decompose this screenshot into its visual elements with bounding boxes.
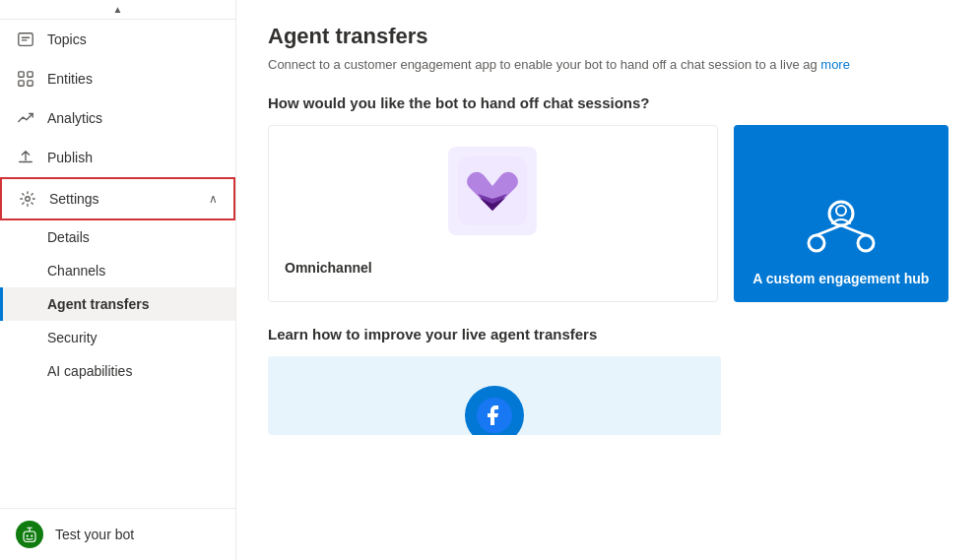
svg-point-5 bbox=[26, 197, 31, 202]
details-label: Details bbox=[47, 229, 90, 245]
learn-card-icon bbox=[465, 386, 524, 435]
agent-transfers-label: Agent transfers bbox=[47, 296, 149, 312]
more-link[interactable]: more bbox=[820, 57, 850, 72]
svg-point-7 bbox=[31, 534, 33, 536]
settings-label: Settings bbox=[49, 191, 99, 207]
entities-label: Entities bbox=[47, 71, 93, 87]
svg-rect-0 bbox=[19, 33, 33, 46]
svg-rect-4 bbox=[28, 81, 33, 86]
sidebar-item-topics[interactable]: Topics bbox=[0, 20, 235, 59]
test-your-bot-button[interactable]: Test your bot bbox=[0, 509, 235, 560]
ai-capabilities-label: AI capabilities bbox=[47, 363, 132, 379]
security-label: Security bbox=[47, 330, 98, 345]
sidebar-item-settings[interactable]: Settings ∧ bbox=[0, 177, 235, 220]
sidebar-item-entities[interactable]: Entities bbox=[0, 59, 235, 98]
cards-row: Omnichannel A custom engagement hub bbox=[268, 125, 948, 302]
sidebar-subitem-agent-transfers[interactable]: Agent transfers bbox=[0, 287, 235, 321]
learn-card[interactable] bbox=[268, 356, 721, 435]
topics-label: Topics bbox=[47, 31, 87, 47]
hand-off-title: How would you like the bot to hand off c… bbox=[268, 94, 948, 111]
svg-line-13 bbox=[817, 225, 841, 235]
entities-icon bbox=[16, 69, 35, 89]
main-content: Agent transfers Connect to a customer en… bbox=[236, 0, 980, 560]
svg-point-12 bbox=[858, 235, 874, 251]
topics-icon bbox=[16, 30, 35, 49]
omnichannel-image bbox=[443, 142, 542, 240]
analytics-icon bbox=[16, 108, 35, 128]
settings-icon bbox=[18, 189, 37, 209]
svg-point-11 bbox=[809, 235, 824, 251]
settings-chevron: ∧ bbox=[209, 192, 218, 206]
test-your-bot-label: Test your bot bbox=[55, 527, 134, 542]
svg-point-15 bbox=[836, 206, 846, 216]
sidebar-subitem-ai-capabilities[interactable]: AI capabilities bbox=[0, 354, 235, 388]
svg-rect-3 bbox=[19, 81, 24, 86]
omnichannel-card[interactable]: Omnichannel bbox=[268, 125, 718, 302]
sidebar-nav: Topics Entities Analytics bbox=[0, 20, 235, 508]
learn-section-title: Learn how to improve your live agent tra… bbox=[268, 326, 948, 342]
analytics-label: Analytics bbox=[47, 110, 102, 126]
publish-label: Publish bbox=[47, 150, 93, 165]
svg-rect-2 bbox=[28, 72, 33, 77]
bot-icon bbox=[16, 521, 43, 548]
custom-engagement-hub-card[interactable]: A custom engagement hub bbox=[734, 125, 948, 302]
sidebar-item-analytics[interactable]: Analytics bbox=[0, 98, 235, 138]
page-subtitle: Connect to a customer engagement app to … bbox=[268, 55, 948, 75]
page-title: Agent transfers bbox=[268, 24, 948, 49]
custom-hub-label: A custom engagement hub bbox=[752, 271, 929, 286]
sidebar-subitem-security[interactable]: Security bbox=[0, 321, 235, 354]
omnichannel-label: Omnichannel bbox=[285, 260, 372, 276]
sidebar-subitem-channels[interactable]: Channels bbox=[0, 254, 235, 287]
sidebar-bottom: Test your bot bbox=[0, 508, 235, 560]
publish-icon bbox=[16, 148, 35, 167]
sidebar: Topics Entities Analytics bbox=[0, 0, 236, 560]
omnichannel-logo bbox=[448, 147, 537, 235]
sidebar-scroll-up[interactable] bbox=[0, 0, 235, 20]
svg-rect-1 bbox=[19, 72, 24, 77]
custom-hub-icon bbox=[802, 184, 881, 263]
sidebar-subitem-details[interactable]: Details bbox=[0, 220, 235, 254]
svg-rect-8 bbox=[24, 531, 35, 542]
svg-line-14 bbox=[841, 225, 866, 235]
sidebar-item-publish[interactable]: Publish bbox=[0, 138, 235, 177]
svg-point-6 bbox=[27, 534, 29, 536]
channels-label: Channels bbox=[47, 263, 105, 279]
